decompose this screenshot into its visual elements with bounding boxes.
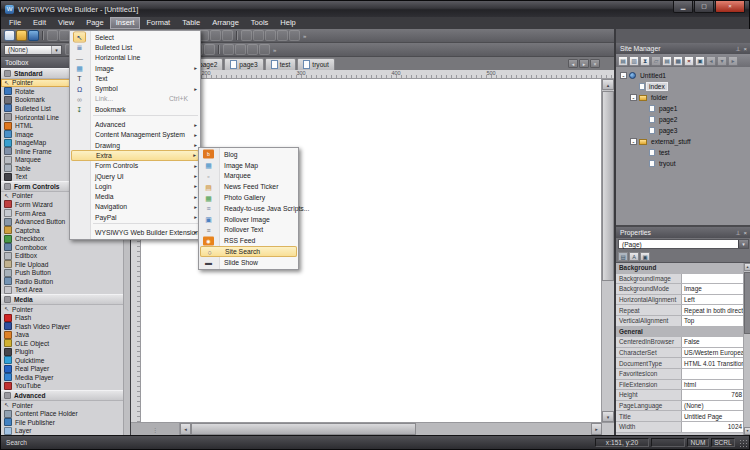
- menu-format[interactable]: Format: [140, 17, 176, 29]
- horizontal-scrollbar-track[interactable]: [416, 423, 591, 435]
- tab-tryout[interactable]: tryout: [297, 58, 335, 70]
- property-grid-scrollbar[interactable]: ▴ ▾: [743, 263, 750, 435]
- menu-edit[interactable]: Edit: [27, 17, 52, 29]
- insert-menu-item-login[interactable]: Login▸: [70, 181, 200, 191]
- toolbox-item-ole-object[interactable]: OLE Object: [1, 339, 124, 348]
- extra-submenu-item-rollover-text[interactable]: ≡Rollover Text: [199, 225, 298, 236]
- insert-menu-item-media[interactable]: Media▸: [70, 191, 200, 201]
- scroll-down-button[interactable]: ▾: [602, 411, 614, 422]
- tab-scroll-left-button[interactable]: ◂: [568, 59, 578, 68]
- property-grid-scrollbar-thumb[interactable]: [744, 272, 750, 334]
- minimize-button[interactable]: ▁: [673, 1, 693, 13]
- toolbox-item-java[interactable]: Java: [1, 330, 124, 339]
- move-left-icon[interactable]: ◂: [706, 56, 716, 66]
- close-button[interactable]: ×: [715, 1, 745, 13]
- toolbar-icon[interactable]: [277, 30, 288, 41]
- title-bar[interactable]: W WYSIWYG Web Builder - [Untitled1] ▁ ▢ …: [1, 1, 749, 17]
- property-value[interactable]: 768: [682, 390, 744, 400]
- pin-icon[interactable]: ⊥: [735, 228, 740, 238]
- property-value[interactable]: [682, 274, 744, 284]
- menu-tools[interactable]: Tools: [245, 17, 275, 29]
- property-value[interactable]: (None): [682, 401, 744, 411]
- toolbox-item-quicktime[interactable]: Quicktime: [1, 356, 124, 365]
- property-row-fileextension[interactable]: FileExtensionhtml: [616, 380, 744, 391]
- toolbox-item-pointer[interactable]: ↖Pointer: [1, 401, 124, 410]
- toolbar-overflow-icon[interactable]: »: [303, 33, 306, 39]
- toolbar-icon[interactable]: [241, 30, 252, 41]
- toolbox-item-youtube[interactable]: YouTube: [1, 382, 124, 391]
- insert-menu-item-image[interactable]: ▦Image▸: [70, 63, 200, 73]
- menu-view[interactable]: View: [52, 17, 80, 29]
- property-value[interactable]: [682, 369, 744, 379]
- property-row-backgroundimage[interactable]: BackgroundImage: [616, 274, 744, 285]
- tree-node-test[interactable]: test: [620, 147, 749, 158]
- toolbox-item-media-player[interactable]: Media Player: [1, 373, 124, 382]
- close-panel-icon[interactable]: ×: [743, 44, 747, 54]
- extra-submenu-item-image-map[interactable]: ▦Image Map: [199, 160, 298, 171]
- property-pages-button[interactable]: ▣: [640, 252, 650, 261]
- toolbox-item-flash-video-player[interactable]: Flash Video Player: [1, 322, 124, 331]
- insert-menu-item-select[interactable]: ↖Select: [70, 32, 200, 42]
- tab-close-button[interactable]: ×: [590, 59, 600, 68]
- property-row-repeat[interactable]: RepeatRepeat in both directions: [616, 305, 744, 316]
- toolbar-icon[interactable]: [210, 30, 221, 41]
- scroll-left-button[interactable]: ◂: [180, 423, 191, 435]
- insert-menu-item-paypal[interactable]: PayPal▸: [70, 212, 200, 222]
- property-value[interactable]: 1024: [682, 422, 744, 432]
- paste-page-icon[interactable]: ▱: [651, 56, 661, 66]
- pin-icon[interactable]: ⊥: [735, 44, 740, 54]
- property-row-centeredinbrowser[interactable]: CenteredInBrowserFalse: [616, 337, 744, 348]
- property-row-width[interactable]: Width1024: [616, 422, 744, 433]
- property-value[interactable]: Repeat in both directions: [682, 305, 744, 315]
- toolbox-item-editbox[interactable]: Editbox: [1, 251, 124, 260]
- extra-submenu-item-rollover-image[interactable]: ▣Rollover Image: [199, 214, 298, 225]
- tab-test[interactable]: test: [265, 58, 297, 70]
- tree-node-page2[interactable]: page2: [620, 114, 749, 125]
- object-selector-dropdown[interactable]: (Page) ▾: [618, 239, 749, 249]
- toolbar-icon[interactable]: [289, 30, 300, 41]
- toolbar-overflow-icon[interactable]: »: [273, 47, 276, 53]
- property-category-background[interactable]: Background: [616, 263, 744, 274]
- toolbox-item-flash[interactable]: Flash: [1, 313, 124, 322]
- toolbar-icon[interactable]: [222, 30, 233, 41]
- toolbox-item-layer[interactable]: Layer: [1, 426, 124, 435]
- property-row-favoritesicon[interactable]: FavoritesIcon: [616, 369, 744, 380]
- expander-icon[interactable]: -: [630, 94, 637, 101]
- toolbox-item-file-upload[interactable]: File Upload: [1, 260, 124, 269]
- copy-page-icon[interactable]: ▦: [673, 56, 683, 66]
- close-panel-icon[interactable]: ×: [743, 228, 747, 238]
- menu-insert[interactable]: Insert: [110, 17, 141, 29]
- menu-arrange[interactable]: Arrange: [206, 17, 245, 29]
- property-row-pagelanguage[interactable]: PageLanguage(None): [616, 401, 744, 412]
- vertical-scrollbar-thumb[interactable]: [602, 91, 614, 281]
- extra-submenu-item-slide-show[interactable]: ▬Slide Show: [199, 257, 298, 268]
- horizontal-scrollbar-thumb[interactable]: [191, 423, 416, 435]
- insert-menu-item-link[interactable]: ∞Link...Ctrl+K: [70, 94, 200, 104]
- property-value[interactable]: HTML 4.01 Transitional: [682, 358, 744, 368]
- delete-page-icon[interactable]: ×: [684, 56, 694, 66]
- categorized-view-button[interactable]: ▤: [618, 252, 628, 261]
- move-down-icon[interactable]: ▾: [717, 56, 727, 66]
- extra-submenu-item-rss-feed[interactable]: ◉RSS Feed: [199, 235, 298, 246]
- property-value[interactable]: Untitled Page: [682, 411, 744, 421]
- insert-menu-item-horizontal-line[interactable]: —Horizontal Line: [70, 53, 200, 63]
- insert-menu-item-content-management-system[interactable]: Content Management System▸: [70, 130, 200, 140]
- property-row-height[interactable]: Height768: [616, 390, 744, 401]
- property-value[interactable]: Left: [682, 295, 744, 305]
- alphabetical-view-button[interactable]: A: [629, 252, 639, 261]
- toolbox-item-radio-button[interactable]: Radio Button: [1, 277, 124, 286]
- extra-submenu-item-news-feed-ticker[interactable]: ▤News Feed Ticker: [199, 181, 298, 192]
- tree-node-untitled1[interactable]: -Untitled1: [620, 70, 749, 81]
- expander-icon[interactable]: -: [630, 138, 637, 145]
- scroll-down-button[interactable]: ▾: [744, 427, 750, 435]
- save-icon[interactable]: [28, 30, 39, 41]
- tree-node-page1[interactable]: page1: [620, 103, 749, 114]
- insert-menu-item-symbol[interactable]: ΩSymbol▸: [70, 83, 200, 93]
- import-page-icon[interactable]: ▤: [662, 56, 672, 66]
- property-value[interactable]: html: [682, 380, 744, 390]
- style-dropdown[interactable]: (None)▾: [4, 45, 62, 55]
- toolbox-item-real-player[interactable]: Real Player: [1, 365, 124, 374]
- property-grid-scrollbar-track[interactable]: [744, 335, 750, 427]
- toolbox-item-text-area[interactable]: Text Area: [1, 286, 124, 295]
- tree-node-index[interactable]: index: [620, 81, 749, 92]
